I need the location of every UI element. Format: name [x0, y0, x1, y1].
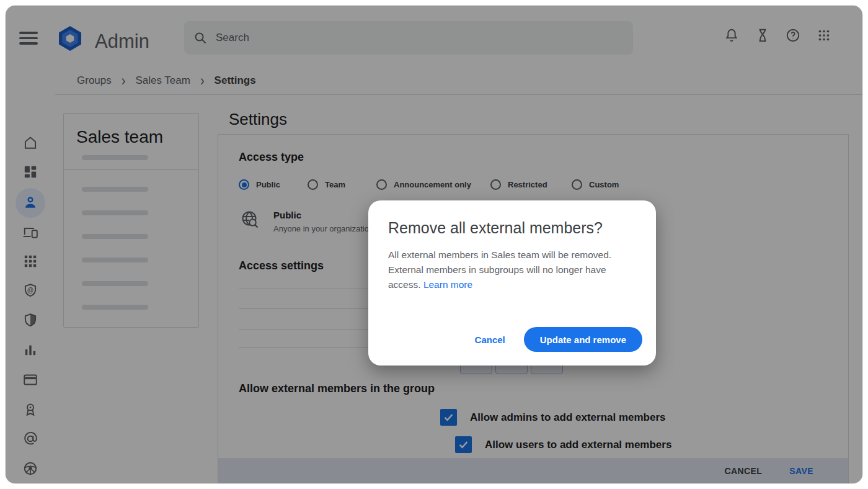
- remove-external-members-dialog: Remove all external members? All externa…: [368, 200, 656, 366]
- dialog-title: Remove all external members?: [388, 219, 603, 237]
- learn-more-link[interactable]: Learn more: [423, 279, 472, 290]
- update-and-remove-button[interactable]: Update and remove: [524, 327, 642, 352]
- dialog-body-text: All external members in Sales team will …: [388, 249, 611, 290]
- dialog-cancel-button[interactable]: Cancel: [475, 334, 505, 345]
- admin-console-window: Admin: [5, 5, 863, 484]
- dialog-body: All external members in Sales team will …: [388, 248, 637, 292]
- dialog-actions: Cancel Update and remove: [475, 327, 642, 352]
